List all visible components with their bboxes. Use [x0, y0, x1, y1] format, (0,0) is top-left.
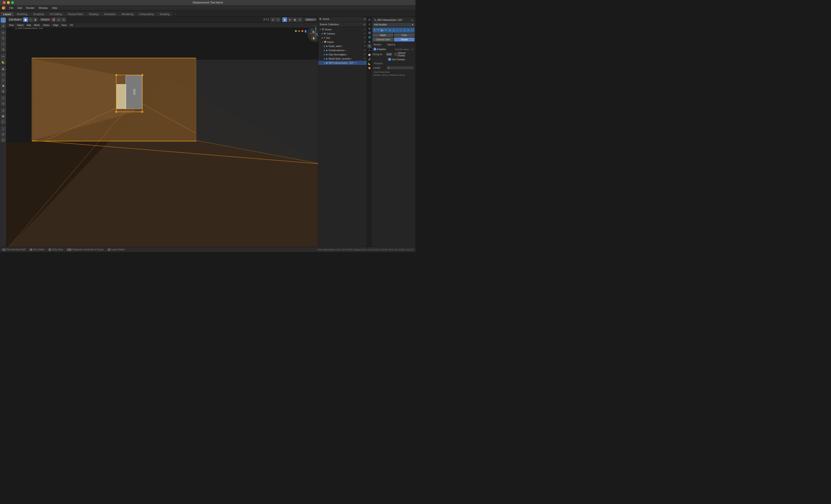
tab-shading[interactable]: Shading	[86, 12, 101, 17]
optimal-display-checkbox[interactable]	[394, 53, 397, 56]
rendered-shading-icon[interactable]: ◼	[293, 18, 297, 22]
tool-loop-cut[interactable]: ⬡	[1, 72, 6, 77]
modifier-cage-icon[interactable]: ⬡	[399, 29, 403, 32]
edit-view-menu[interactable]: View	[8, 24, 15, 27]
viewport-area[interactable]: Edit Mode ▾ ⬤ ╲ ◼ Global ▾ 🧲 ◎ M X Y Z ⊛…	[6, 17, 318, 247]
snap-icon[interactable]: 🧲	[51, 18, 56, 22]
catmull-clark-button[interactable]: Catmull-Clark	[373, 37, 393, 41]
modifier-render-icon[interactable]: 🖨	[392, 29, 395, 32]
edit-mesh-menu[interactable]: Mesh	[33, 24, 40, 27]
modifier-realtime-icon[interactable]: ◉	[388, 29, 391, 32]
props-render-icon[interactable]: 🎥	[367, 18, 371, 22]
menu-edit[interactable]: Edit	[16, 6, 24, 10]
tool-knife[interactable]: ✂	[1, 95, 6, 100]
tool-cursor[interactable]: ⊕	[1, 23, 6, 28]
props-world-icon[interactable]: 🌐	[367, 35, 371, 39]
modifier-header[interactable]: ▼ 📷 Su 📷 ◉ 🖨 ✏ ⬡ ▲ ▼ ✕	[373, 28, 414, 33]
menu-render[interactable]: Render	[24, 6, 36, 10]
tool-smooth[interactable]: ⬢	[1, 114, 6, 119]
tab-uv-editing[interactable]: UV Editing	[47, 12, 65, 17]
tool-rip[interactable]: ◫	[1, 137, 6, 142]
modifier-up-icon[interactable]: ▲	[403, 29, 406, 32]
tree-sun[interactable]: ▶ ☀ Sun 👁	[318, 36, 367, 40]
minimize-button[interactable]	[7, 1, 10, 4]
edit-uv-menu[interactable]: UV	[69, 24, 74, 27]
fenster-eye-icon[interactable]: 👁	[364, 49, 366, 52]
smooth-chevron-icon[interactable]: ▾	[412, 48, 413, 51]
window-controls[interactable]	[3, 1, 14, 4]
overlay-icon[interactable]: ⊛	[270, 18, 275, 22]
props-output-icon[interactable]: 🖨	[367, 22, 371, 26]
farbe-eye-icon[interactable]: 👁	[364, 45, 366, 47]
tab-modeling[interactable]: Modeling	[14, 12, 30, 17]
camera-eye-icon[interactable]: 👁	[364, 32, 366, 35]
edit-edge-menu[interactable]: Edge	[52, 24, 59, 27]
filter-icon[interactable]: ▤	[363, 23, 366, 26]
tab-scripting[interactable]: Scripting	[157, 12, 172, 17]
tool-bevel[interactable]: ◈	[1, 89, 6, 94]
dicing-sc-value[interactable]: 3.00	[386, 53, 392, 56]
proportional-edit-icon[interactable]: ◎	[56, 18, 61, 22]
edge-mode-icon[interactable]: ╲	[28, 18, 33, 22]
edit-face-menu[interactable]: Face	[60, 24, 67, 27]
tool-to-sphere[interactable]: ●	[1, 132, 6, 137]
tool-bisect[interactable]: ⊘	[1, 101, 6, 106]
tab-compositing[interactable]: Compositing	[137, 12, 156, 17]
outliner-filter-icon[interactable]: ⚙	[364, 18, 366, 21]
tool-annotate[interactable]: ✏	[1, 54, 6, 59]
tree-fenster[interactable]: ▶ ▣ Fensterrahmen ⊳ 👁	[318, 48, 367, 52]
tool-shrink[interactable]: ⬡	[1, 119, 6, 124]
maximize-button[interactable]	[11, 1, 14, 4]
tool-rotate[interactable]: ↻	[1, 36, 6, 41]
mode-dropdown[interactable]: Edit Mode ▾	[8, 18, 23, 21]
close-button[interactable]	[3, 1, 5, 4]
props-constraints-icon[interactable]: 🔗	[367, 57, 371, 61]
metall-eye-icon[interactable]: 👁	[364, 58, 366, 60]
options-dropdown[interactable]: Options ▾	[305, 18, 317, 21]
hand-icon[interactable]: ✋	[311, 35, 316, 40]
props-scene-icon[interactable]: 🎬	[367, 31, 371, 35]
eevee-shading-icon[interactable]: ●	[298, 18, 302, 22]
tree-mw-kalks[interactable]: ▶ ▣ MW Kalksandstein, 2DF ⊳ ✎ 👁	[318, 61, 367, 65]
use-creases-checkbox[interactable]: ✓	[388, 58, 391, 61]
solid-shading-icon[interactable]: ◉	[282, 18, 287, 22]
tool-move[interactable]: ✛	[1, 30, 6, 35]
face-mode-icon[interactable]: ◼	[33, 18, 37, 22]
props-data-icon[interactable]: 📐	[367, 62, 371, 66]
add-workspace-button[interactable]: +	[173, 12, 178, 17]
tree-farbe[interactable]: ▶ ▣ Farbe, weiß ⊳ 👁	[318, 44, 367, 48]
menu-help[interactable]: Help	[50, 6, 59, 10]
props-particles-icon[interactable]: ✦	[367, 49, 371, 53]
apply-button[interactable]: Apply	[373, 33, 393, 37]
props-view-layer-icon[interactable]: ◉	[367, 26, 371, 31]
tree-metall[interactable]: ▶ ▣ Metall Stahl, verzinkt ⊳ 👁	[318, 57, 367, 61]
tree-import[interactable]: ▼ 📦 Import 👁	[318, 40, 367, 44]
edit-add-menu[interactable]: Add	[26, 24, 32, 27]
vertex-mode-icon[interactable]: ⬤	[23, 18, 28, 22]
adaptive-checkbox[interactable]: ✓	[374, 48, 376, 51]
mwk-eye-icon[interactable]: 👁	[364, 62, 366, 64]
mirror-icon[interactable]: M	[61, 18, 66, 22]
tab-layout[interactable]: Layout	[0, 12, 14, 17]
3d-viewport-canvas[interactable]: Camera Perspective (1) MW Kalksandstein,…	[6, 17, 318, 247]
tab-animation[interactable]: Animation	[102, 12, 118, 17]
modifier-edit-icon[interactable]: ✏	[396, 29, 399, 32]
props-object-icon[interactable]: ▣	[367, 40, 371, 44]
tree-glas[interactable]: ▶ ▣ Glas Normalglas ⊳ 👁	[318, 52, 367, 57]
zoom-icon[interactable]: 🔍	[311, 30, 316, 35]
tree-camera[interactable]: ▶ 📷 Camera 👁	[318, 32, 367, 36]
tool-select[interactable]: ◻	[1, 18, 6, 23]
modifier-close-icon[interactable]: ✕	[410, 29, 413, 32]
glas-eye-icon[interactable]: 👁	[364, 53, 366, 56]
props-modifier-icon[interactable]: 🔧	[367, 44, 371, 48]
global-dropdown[interactable]: Global ▾	[40, 18, 51, 21]
tab-texture-paint[interactable]: Texture Paint	[65, 12, 86, 17]
tool-box-select[interactable]: ▣	[1, 66, 6, 71]
menu-window[interactable]: Window	[37, 6, 50, 10]
menu-file[interactable]: File	[7, 6, 15, 10]
tool-extrude[interactable]: ◻	[1, 78, 6, 83]
material-shading-icon[interactable]: ◍	[287, 18, 292, 22]
tool-measure[interactable]: 📐	[1, 59, 6, 64]
edit-vertex-menu[interactable]: Vertex	[42, 24, 51, 27]
edit-select-menu[interactable]: Select	[16, 24, 25, 27]
